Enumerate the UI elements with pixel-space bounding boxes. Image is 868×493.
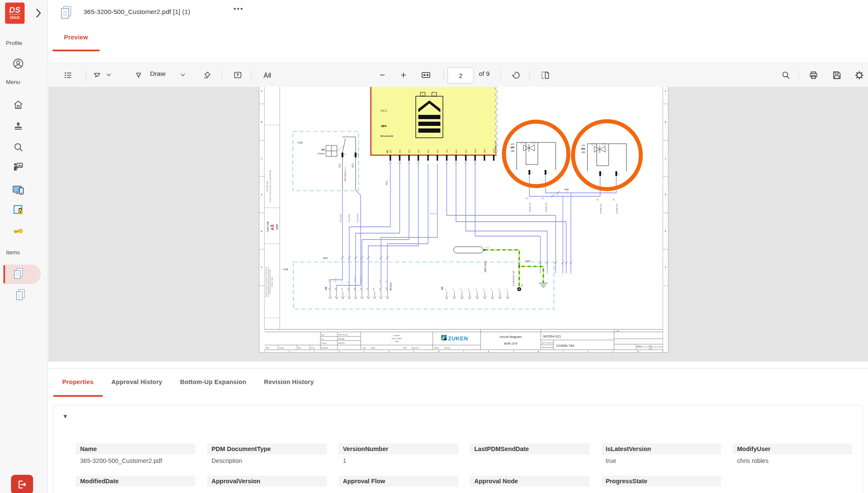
svg-text:-X2: -X2 xyxy=(325,287,327,290)
chevron-right-icon xyxy=(36,8,42,18)
svg-text:created with: created with xyxy=(267,221,269,232)
tab-bottom-up-expansion[interactable]: Bottom-Up Expansion xyxy=(171,369,255,397)
svg-text:special remark (1): special remark (1) xyxy=(542,342,553,344)
sidebar-item-workstation[interactable] xyxy=(11,183,25,197)
text-box-tool-button[interactable] xyxy=(231,68,245,82)
row-letter: D xyxy=(261,193,263,196)
page-view-button[interactable] xyxy=(537,68,552,82)
sidebar-item-checkout[interactable] xyxy=(11,203,25,217)
eraser-tool-button[interactable] xyxy=(200,68,214,82)
tab-approval-history[interactable]: Approval History xyxy=(103,369,171,397)
draw-dropdown-button[interactable] xyxy=(178,68,187,82)
menu-label: Menu xyxy=(6,79,20,85)
svg-text:tion contained therein. Reprod: tion contained therein. Reproduction, us… xyxy=(267,267,269,297)
net-label: K15 xyxy=(379,280,381,283)
pin-label: 10/10 xyxy=(386,287,387,290)
svg-text:BZ+EA+EW: BZ+EA+EW xyxy=(381,135,393,137)
zoom-in-button[interactable] xyxy=(396,68,411,82)
highlighter-tool-button[interactable] xyxy=(90,68,104,82)
item-document-2[interactable] xyxy=(12,287,31,304)
svg-text:FASTON-H-6.3-1.5: FASTON-H-6.3-1.5 xyxy=(345,167,346,181)
svg-text:-X1: -X1 xyxy=(386,150,389,153)
property-field: Name365-3200-500_Customer2.pdf xyxy=(76,443,195,465)
items-label: Items xyxy=(6,249,20,256)
item-document-1-selected[interactable] xyxy=(3,265,41,284)
pin-label: 2/10 xyxy=(335,288,337,290)
fit-width-icon xyxy=(420,70,431,81)
fit-width-button[interactable] xyxy=(419,68,433,82)
search-icon xyxy=(781,70,791,80)
read-aloud-button[interactable] xyxy=(259,68,273,82)
sidebar-item-home[interactable] xyxy=(11,98,25,111)
svg-text:/202.C1: /202.C1 xyxy=(381,110,387,112)
x1-pin xyxy=(455,155,457,161)
svg-text:LED: LED xyxy=(581,151,586,153)
document-stack-icon xyxy=(12,267,26,281)
zoom-out-button[interactable] xyxy=(375,68,389,82)
x1-pin-label: 10/12 xyxy=(474,148,476,153)
sidebar-item-reports[interactable] xyxy=(11,160,25,173)
print-button[interactable] xyxy=(806,68,821,82)
net-label: 12V xyxy=(341,280,343,283)
sidebar-item-search[interactable] xyxy=(11,140,25,154)
plus-icon xyxy=(399,70,408,80)
property-value xyxy=(339,487,458,493)
logout-button[interactable] xyxy=(11,475,33,493)
tab-properties[interactable]: Properties xyxy=(53,369,103,397)
page-number-input[interactable] xyxy=(448,67,474,84)
svg-text:+O4: +O4 xyxy=(283,268,288,271)
rotate-page-button[interactable] xyxy=(509,68,523,82)
pin-label: 2/9 xyxy=(453,288,454,290)
property-value xyxy=(601,487,721,493)
pin-label: 8/10 xyxy=(373,288,375,290)
thumbnails-panel-button[interactable] xyxy=(61,68,75,82)
x1-pin xyxy=(493,155,495,161)
toolbar-divider xyxy=(798,70,799,81)
more-actions-button[interactable]: ••• xyxy=(231,4,246,14)
svg-text:ZUKEN: ZUKEN xyxy=(448,335,468,342)
locked-frame-icon xyxy=(12,204,24,216)
search-document-button[interactable] xyxy=(779,68,793,82)
svg-text:UNI-MNL-02-K: UNI-MNL-02-K xyxy=(616,203,618,214)
x1-pin-label: 3/12 xyxy=(408,149,410,153)
svg-text:C:\DSE3_CheckOutVaultStore\Tra: C:\DSE3_CheckOutVaultStore\Training\365-… xyxy=(270,170,271,203)
save-button[interactable] xyxy=(829,68,844,82)
draw-tool-button[interactable] xyxy=(131,68,146,82)
property-value xyxy=(76,487,195,493)
row-letter: F xyxy=(261,266,262,269)
property-field: IsLatestVersiontrue xyxy=(601,443,721,465)
x1-pin-label: 1/12 xyxy=(389,149,392,153)
property-value: chris robles xyxy=(733,454,852,465)
svg-text:Repl.by: Repl.by xyxy=(434,347,439,349)
circuit-diagram-page: AABBCCDDEEFF 12345678 365-3200-500 C:\DS… xyxy=(259,87,668,353)
profile-avatar-button[interactable] xyxy=(11,57,25,70)
svg-text:-6P8: -6P8 xyxy=(510,146,515,149)
svg-text:+A2: +A2 xyxy=(616,330,619,332)
property-field: ProgressState xyxy=(601,476,721,493)
x1-pin xyxy=(389,155,391,161)
collapse-properties-button[interactable]: ▼ xyxy=(61,411,70,421)
x1-pin xyxy=(399,155,401,161)
svg-text:Repl.f.: Repl.f. xyxy=(403,347,407,349)
svg-text:date: date xyxy=(298,347,301,349)
svg-text:-S2.2: -S2.2 xyxy=(352,163,354,168)
pin-label: 4/9 xyxy=(468,288,470,290)
settings-button[interactable] xyxy=(852,68,866,82)
property-label: PDM DocumentType xyxy=(207,443,327,454)
tab-revision-history[interactable]: Revision History xyxy=(255,369,323,397)
svg-text:-W40: -W40 xyxy=(564,189,569,191)
svg-text:date: date xyxy=(321,334,324,336)
toolbar-divider xyxy=(251,70,251,81)
svg-text:CAN-Low: CAN-Low xyxy=(430,212,437,214)
svg-text:D-SUB-09-B-C_BP: D-SUB-09-B-C_BP xyxy=(512,270,515,286)
highlighter-dropdown-button[interactable] xyxy=(104,68,113,82)
draw-pen-icon xyxy=(134,70,144,80)
pdf-preview-area[interactable]: AABBCCDDEEFF 12345678 365-3200-500 C:\DS… xyxy=(48,87,868,362)
sidebar-expand-button[interactable] xyxy=(33,7,44,19)
tab-preview[interactable]: Preview xyxy=(53,25,100,51)
svg-text:special remark (2): special remark (2) xyxy=(542,347,553,348)
pin-label: 8/9 xyxy=(498,288,500,290)
sidebar-item-access-keys[interactable] xyxy=(11,224,25,238)
sidebar-item-approval[interactable] xyxy=(11,119,25,133)
svg-text:201: 201 xyxy=(649,345,652,347)
